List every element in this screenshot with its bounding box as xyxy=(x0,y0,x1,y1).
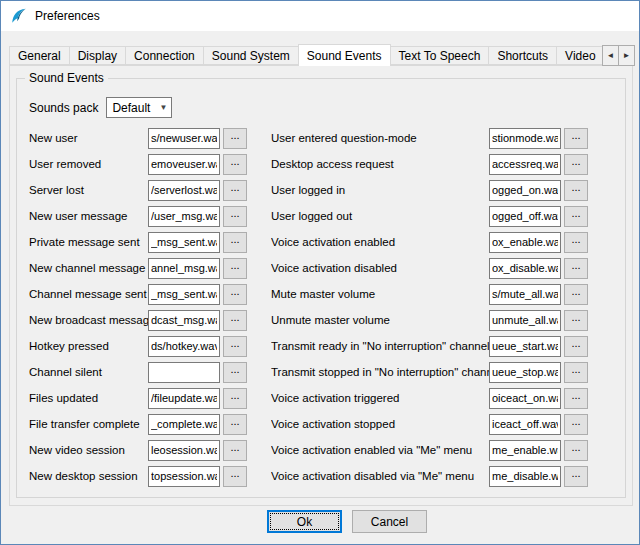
sound-event-label: Voice activation stopped xyxy=(271,418,489,430)
sound-file-input[interactable] xyxy=(148,388,220,409)
browse-button[interactable]: ... xyxy=(564,180,588,201)
sound-event-label: File transfer complete xyxy=(29,418,148,430)
sound-event-row: Voice activation stopped... xyxy=(271,411,591,437)
tab-sound-events[interactable]: Sound Events xyxy=(298,44,391,66)
browse-button[interactable]: ... xyxy=(564,414,588,435)
sound-event-label: New video session xyxy=(29,444,148,456)
browse-button[interactable]: ... xyxy=(223,284,247,305)
sound-file-input[interactable] xyxy=(489,388,561,409)
sound-file-input[interactable] xyxy=(148,232,220,253)
dialog-footer: Ok Cancel xyxy=(1,510,640,540)
sound-file-input[interactable] xyxy=(489,284,561,305)
sound-event-row: User removed... xyxy=(29,151,250,177)
browse-button[interactable]: ... xyxy=(223,206,247,227)
tab-connection[interactable]: Connection xyxy=(125,46,204,65)
browse-button[interactable]: ... xyxy=(223,336,247,357)
sound-event-label: Voice activation disabled via "Me" menu xyxy=(271,470,489,482)
sound-file-input[interactable] xyxy=(148,414,220,435)
browse-button[interactable]: ... xyxy=(223,258,247,279)
browse-button[interactable]: ... xyxy=(564,310,588,331)
browse-button[interactable]: ... xyxy=(223,180,247,201)
cancel-button[interactable]: Cancel xyxy=(352,510,427,533)
sound-file-input[interactable] xyxy=(489,154,561,175)
sound-event-label: Mute master volume xyxy=(271,288,489,300)
browse-button[interactable]: ... xyxy=(564,258,588,279)
tab-general[interactable]: General xyxy=(9,46,70,65)
browse-button[interactable]: ... xyxy=(223,232,247,253)
sound-file-input[interactable] xyxy=(148,440,220,461)
sound-file-input[interactable] xyxy=(489,310,561,331)
sound-events-page: Sound Events Sounds pack Default ▼ New u… xyxy=(9,65,633,506)
sound-event-label: New broadcast message xyxy=(29,314,148,326)
sound-event-label: Channel silent xyxy=(29,366,148,378)
sound-file-input[interactable] xyxy=(489,258,561,279)
browse-button[interactable]: ... xyxy=(223,440,247,461)
sound-event-row: Mute master volume... xyxy=(271,281,591,307)
sound-file-input[interactable] xyxy=(489,440,561,461)
browse-button[interactable]: ... xyxy=(564,206,588,227)
sound-event-row: New video session... xyxy=(29,437,250,463)
browse-button[interactable]: ... xyxy=(223,128,247,149)
sound-event-row: Voice activation triggered... xyxy=(271,385,591,411)
sound-file-input[interactable] xyxy=(148,362,220,383)
sound-file-input[interactable] xyxy=(148,284,220,305)
sound-events-column-right: User entered question-mode...Desktop acc… xyxy=(271,125,591,489)
sound-file-input[interactable] xyxy=(148,128,220,149)
sound-file-input[interactable] xyxy=(489,336,561,357)
browse-button[interactable]: ... xyxy=(564,388,588,409)
tab-scroll-right-button[interactable]: ► xyxy=(618,45,635,66)
sound-file-input[interactable] xyxy=(489,128,561,149)
sound-event-row: New user message... xyxy=(29,203,250,229)
tab-scroll-left-button[interactable]: ◄ xyxy=(602,45,619,66)
sound-event-row: Voice activation enabled via "Me" menu..… xyxy=(271,437,591,463)
app-icon xyxy=(10,7,28,25)
browse-button[interactable]: ... xyxy=(223,466,247,487)
sound-file-input[interactable] xyxy=(148,310,220,331)
sound-event-row: User entered question-mode... xyxy=(271,125,591,151)
browse-button[interactable]: ... xyxy=(564,154,588,175)
sound-event-row: Voice activation enabled... xyxy=(271,229,591,255)
sounds-pack-select[interactable]: Default ▼ xyxy=(106,97,172,118)
sound-file-input[interactable] xyxy=(148,466,220,487)
sound-event-row: Desktop access request... xyxy=(271,151,591,177)
browse-button[interactable]: ... xyxy=(223,414,247,435)
sound-file-input[interactable] xyxy=(489,362,561,383)
sound-file-input[interactable] xyxy=(148,206,220,227)
sound-event-label: Voice activation enabled xyxy=(271,236,489,248)
sound-event-label: Private message sent xyxy=(29,236,148,248)
sound-file-input[interactable] xyxy=(148,336,220,357)
browse-button[interactable]: ... xyxy=(564,336,588,357)
ok-button[interactable]: Ok xyxy=(267,510,342,533)
browse-button[interactable]: ... xyxy=(223,388,247,409)
browse-button[interactable]: ... xyxy=(223,154,247,175)
sound-event-label: User logged in xyxy=(271,184,489,196)
browse-button[interactable]: ... xyxy=(564,440,588,461)
sound-file-input[interactable] xyxy=(489,466,561,487)
sound-event-label: User entered question-mode xyxy=(271,132,489,144)
tab-display[interactable]: Display xyxy=(69,46,126,65)
sound-file-input[interactable] xyxy=(489,232,561,253)
tab-text-to-speech[interactable]: Text To Speech xyxy=(390,46,490,65)
sound-event-columns: New user...User removed...Server lost...… xyxy=(29,125,591,489)
tab-shortcuts[interactable]: Shortcuts xyxy=(488,46,557,65)
browse-button[interactable]: ... xyxy=(223,310,247,331)
sound-event-row: Voice activation disabled via "Me" menu.… xyxy=(271,463,591,489)
sound-file-input[interactable] xyxy=(489,206,561,227)
sound-file-input[interactable] xyxy=(489,180,561,201)
browse-button[interactable]: ... xyxy=(564,128,588,149)
sound-file-input[interactable] xyxy=(489,414,561,435)
sound-event-row: File transfer complete... xyxy=(29,411,250,437)
sounds-pack-label: Sounds pack xyxy=(29,101,98,115)
browse-button[interactable]: ... xyxy=(223,362,247,383)
sound-file-input[interactable] xyxy=(148,258,220,279)
tab-sound-system[interactable]: Sound System xyxy=(203,46,299,65)
sound-file-input[interactable] xyxy=(148,180,220,201)
sound-event-label: Files updated xyxy=(29,392,148,404)
sounds-pack-value: Default xyxy=(112,101,150,115)
sound-file-input[interactable] xyxy=(148,154,220,175)
browse-button[interactable]: ... xyxy=(564,466,588,487)
browse-button[interactable]: ... xyxy=(564,284,588,305)
browse-button[interactable]: ... xyxy=(564,362,588,383)
browse-button[interactable]: ... xyxy=(564,232,588,253)
tab-video[interactable]: Video xyxy=(556,46,604,65)
